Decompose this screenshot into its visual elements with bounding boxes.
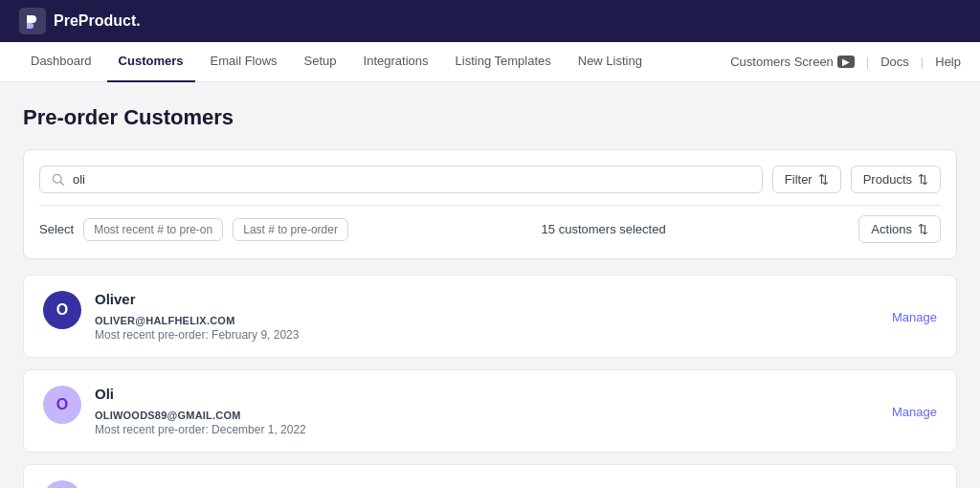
customer-info: Oli OLIWOODS89@GMAIL.COM Most recent pre… [95,386,937,436]
most-recent-button[interactable]: Most recent # to pre-on [83,218,223,241]
customer-preorder: Most recent pre-order: February 9, 2023 [95,328,937,342]
customer-email: OLIVER@HALFHELIX.COM [95,315,937,326]
nav-left: Dashboard Customers Email Flows Setup In… [19,42,730,82]
filter-chevron-icon: ⇅ [818,172,829,187]
avatar: O [43,291,81,329]
avatar: O [43,386,81,424]
customers-screen-link[interactable]: Customers Screen ▶ [730,55,855,69]
last-preorder-button[interactable]: Last # to pre-order [233,218,348,241]
nav-right: Customers Screen ▶ | Docs | Help [730,55,961,69]
customer-email: OLIWOODS89@GMAIL.COM [95,410,937,421]
nav-item-emailflows[interactable]: Email Flows [199,42,289,82]
logo[interactable]: PreProduct. [19,8,141,34]
main-nav: Dashboard Customers Email Flows Setup In… [0,42,980,82]
docs-link[interactable]: Docs [880,55,909,69]
avatar: O [43,480,81,488]
nav-item-listingtemplates[interactable]: Listing Templates [444,42,563,82]
page-title: Pre-order Customers [23,105,957,130]
filter-label: Filter [785,172,813,187]
actions-button[interactable]: Actions ⇅ [858,215,941,243]
nav-item-integrations[interactable]: Integrations [352,42,440,82]
help-link[interactable]: Help [935,55,961,69]
actions-label: Actions [871,222,912,236]
actions-chevron-icon: ⇅ [918,222,928,236]
search-input-wrap[interactable] [39,166,763,193]
topbar: PreProduct. [0,0,980,42]
selected-count: 15 customers selected [358,222,849,236]
nav-item-newlisting[interactable]: New Listing [567,42,654,82]
nav-item-dashboard[interactable]: Dashboard [19,42,103,82]
products-chevron-icon: ⇅ [918,172,928,187]
manage-link[interactable]: Manage [892,404,937,418]
select-label: Select [39,222,74,236]
filter-bar: Filter ⇅ Products ⇅ Select Most recent #… [23,149,957,259]
customer-preorder: Most recent pre-order: December 1, 2022 [95,423,937,436]
logo-text: PreProduct. [54,12,141,30]
customer-info: Oliver OLIVER@HALFHELIX.COM Most recent … [95,291,937,342]
filter-button[interactable]: Filter ⇅ [772,166,841,193]
customer-card: O Oli OLIWOODS89@GMAIL.COM Most recent p… [23,369,957,453]
customers-list: O Oliver OLIVER@HALFHELIX.COM Most recen… [23,275,957,488]
search-input[interactable] [73,172,750,187]
select-row: Select Most recent # to pre-on Last # to… [39,205,941,243]
video-icon: ▶ [837,55,855,68]
nav-item-setup[interactable]: Setup [293,42,348,82]
customer-name: Oli [95,386,937,402]
customers-screen-label: Customers Screen [730,55,834,69]
manage-link[interactable]: Manage [892,309,937,323]
main-content: Pre-order Customers Filter ⇅ Products ⇅ … [0,82,980,488]
customer-card: O Oli [23,464,957,488]
search-icon [52,173,65,187]
customer-name: Oliver [95,291,937,307]
products-button[interactable]: Products ⇅ [851,166,941,193]
nav-item-customers[interactable]: Customers [107,42,195,82]
customer-card: O Oliver OLIVER@HALFHELIX.COM Most recen… [23,275,957,358]
products-label: Products [863,172,912,187]
search-row: Filter ⇅ Products ⇅ [39,166,941,193]
